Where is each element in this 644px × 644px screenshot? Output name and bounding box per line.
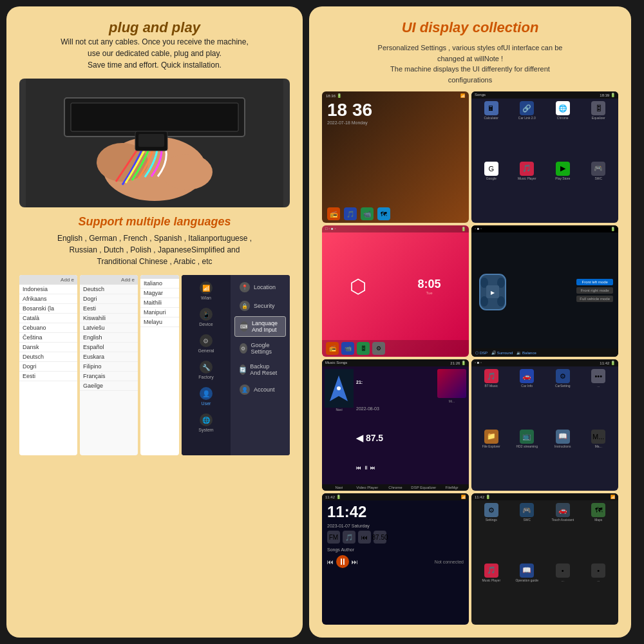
svg-rect-7 — [138, 134, 164, 147]
app-google[interactable]: G Google — [474, 162, 509, 221]
app3-music-player[interactable]: 🎵 Music Player — [474, 564, 509, 623]
app2-more2[interactable]: M... Ma... — [582, 430, 616, 489]
car-install-image — [19, 79, 290, 207]
svg-point-16 — [337, 386, 341, 390]
lang-title: Support multiple languages — [19, 215, 290, 229]
maps-icon[interactable]: 🗺 — [377, 207, 390, 220]
lang-desc: English , German , French , Spanish , It… — [19, 232, 290, 267]
google-icon: ⚙ — [240, 343, 247, 354]
location-icon: 📍 — [240, 282, 250, 292]
settings-ui-screenshot: Add e Indonesia Afrikaans Bosanski (la C… — [19, 275, 290, 455]
ui-cell-6: ◦ ■ ◦11:42 🔋 🎵 BT Music 🚗 Car Info ⚙ — [471, 359, 618, 491]
menu-language[interactable]: ⌨ Lanquaqe And Input — [234, 316, 286, 337]
ui-cell-5: Music Songs21:26 🔋 Navi — [322, 359, 469, 491]
settings-panel: 📶 Wlan 📱 Device ⚙ General 🔧 Factory — [182, 275, 290, 455]
lang-list-3: Italiano Magyar Maithili Manipuri Melayu — [140, 275, 179, 455]
video-icon[interactable]: 📹 — [361, 207, 374, 220]
app3-operation[interactable]: 📖 Operation guide — [510, 564, 545, 623]
bluetooth-icon: ⬡ — [350, 275, 366, 298]
settings-general[interactable]: ⚙ General — [182, 330, 231, 357]
ui-cell-7: 11:42 🔋📶 11:42 2023-01-07 Saturday FM 🎵 … — [322, 493, 469, 625]
app-calc[interactable]: 🖩 Calculator — [474, 101, 509, 160]
app3-steering[interactable]: 🚗 Touch Assistant — [545, 503, 580, 562]
settings-user[interactable]: 👤 User — [182, 383, 231, 410]
menu-security[interactable]: 🔒 Security — [234, 298, 286, 314]
menu-backup[interactable]: 🔄 Backup And Reset — [234, 360, 286, 379]
app2-hd2[interactable]: 📺 HD2 streaming — [510, 430, 545, 489]
ui-cell-8: 11:42 🔋📶 ⚙ Settings 🎮 SWC 🚗 — [471, 493, 618, 625]
right-panel: UI display collection Personalized Setti… — [309, 6, 631, 638]
plug-section: plug and play Will not cut any cables. O… — [19, 19, 290, 71]
ui-collection-desc: Personalized Settings , various styles o… — [322, 43, 618, 85]
big-date: 2023-01-07 Saturday — [322, 524, 469, 528]
app3-extra2[interactable]: • ... — [582, 564, 616, 623]
cell3-settings[interactable]: ⚙ — [372, 342, 385, 355]
bt-time: 8:05 — [417, 278, 440, 291]
user-icon: 👤 — [200, 387, 213, 400]
app2-bt-music[interactable]: 🎵 BT Music — [474, 369, 509, 428]
app-carlink[interactable]: 🔗 Car Link 2.0 — [510, 101, 545, 160]
app3-swc[interactable]: 🎮 SWC — [510, 503, 545, 562]
front-left-mode[interactable]: Front left mode — [576, 279, 613, 285]
cell3-video[interactable]: 📹 — [341, 342, 354, 355]
ui-cell-2: Songs18:39 🔋 🖩 Calculator 🔗 Car Link 2.0 — [471, 91, 618, 223]
backup-icon: 🔄 — [240, 365, 246, 375]
main-container: plug and play Will not cut any cables. O… — [6, 6, 638, 638]
left-panel: plug and play Will not cut any cables. O… — [6, 6, 303, 638]
language-icon: ⌨ — [240, 321, 248, 332]
settings-system[interactable]: 🌐 System — [182, 410, 231, 436]
app2-more[interactable]: ••• ... — [582, 369, 616, 428]
radio-icon[interactable]: 📻 — [327, 207, 340, 220]
cell3-app-bar: 📻 📹 🎛 ⚙ — [322, 340, 469, 357]
menu-google[interactable]: ⚙ Google Settings — [234, 339, 286, 358]
factory-icon: 🔧 — [200, 361, 213, 374]
settings-wlan[interactable]: 📶 Wlan — [182, 278, 231, 304]
app-grid: 🖩 Calculator 🔗 Car Link 2.0 🌐 Chrome — [471, 99, 618, 223]
cell1-apps: 📻 🎵 📹 🗺 — [322, 205, 469, 223]
security-icon: 🔒 — [240, 301, 250, 311]
svg-text:▶: ▶ — [491, 290, 495, 296]
cell3-radio[interactable]: 📻 — [326, 342, 339, 355]
settings-factory[interactable]: 🔧 Factory — [182, 357, 231, 383]
ui-grid: 18:36 🔋📶 18 36 2022-07-18 Monday 📻 🎵 📹 🗺 — [322, 91, 618, 625]
app-grid-2: 🎵 BT Music 🚗 Car Info ⚙ CarSetting • — [471, 366, 618, 491]
languages-section: Support multiple languages English , Ger… — [19, 215, 290, 267]
music-album — [437, 369, 466, 398]
svg-point-5 — [161, 154, 213, 190]
account-icon: 👤 — [240, 384, 250, 395]
cell1-time: 18 36 — [322, 100, 469, 120]
app3-maps[interactable]: 🗺 Maps — [582, 503, 616, 562]
app-music[interactable]: 🎵 Music Player — [510, 162, 545, 221]
app-grid-3: ⚙ Settings 🎮 SWC 🚗 Touch Assistant � — [471, 500, 618, 625]
settings-nav: 📶 Wlan 📱 Device ⚙ General 🔧 Factory — [182, 275, 231, 455]
settings-device[interactable]: 📱 Device — [182, 304, 231, 330]
app2-instructions[interactable]: 📖 Instructions — [545, 430, 580, 489]
cell3-dsp[interactable]: 🎛 — [357, 342, 370, 355]
app2-file-explorer[interactable]: 📁 File Explorer — [474, 430, 509, 489]
music-icon[interactable]: 🎵 — [344, 207, 357, 220]
app-swc[interactable]: 🎮 SWC — [582, 162, 616, 221]
full-vehicle-mode[interactable]: Full vehicle mode — [576, 296, 613, 302]
menu-account[interactable]: 👤 Account — [234, 381, 286, 398]
music-freq: ◀ 87.5 — [356, 433, 435, 443]
general-icon: ⚙ — [200, 334, 213, 347]
big-time: 11:42 — [322, 500, 469, 524]
dsp-footer: ⬡ DSP 🔊 Surround 🔉 Balance — [471, 348, 618, 357]
app2-car-info[interactable]: 🚗 Car Info — [510, 369, 545, 428]
app-playstore[interactable]: ▶ Play Store — [545, 162, 580, 221]
ui-cell-4: ◦ ■ ◦🔋 ▶ — [471, 225, 618, 357]
device-icon: 📱 — [200, 308, 213, 321]
front-right-mode[interactable]: Front right mode — [576, 287, 613, 294]
menu-location[interactable]: 📍 Location — [234, 279, 286, 296]
ui-collection-title: UI display collection — [322, 19, 618, 36]
app3-settings[interactable]: ⚙ Settings — [474, 503, 509, 562]
plug-title: plug and play — [19, 19, 290, 36]
app-eq[interactable]: 🎛 Equalizer — [582, 101, 616, 160]
app-chrome[interactable]: 🌐 Chrome — [545, 101, 580, 160]
ui-cell-1: 18:36 🔋📶 18 36 2022-07-18 Monday 📻 🎵 📹 🗺 — [322, 91, 469, 223]
app3-extra1[interactable]: • ... — [545, 564, 580, 623]
security-label: Security — [254, 303, 275, 309]
app2-car-setting[interactable]: ⚙ CarSetting — [545, 369, 580, 428]
cell1-date: 2022-07-18 Monday — [322, 120, 469, 125]
lang-list-2: Add e Deutsch Dogri Eesti Kiswahili Latv… — [80, 275, 138, 455]
